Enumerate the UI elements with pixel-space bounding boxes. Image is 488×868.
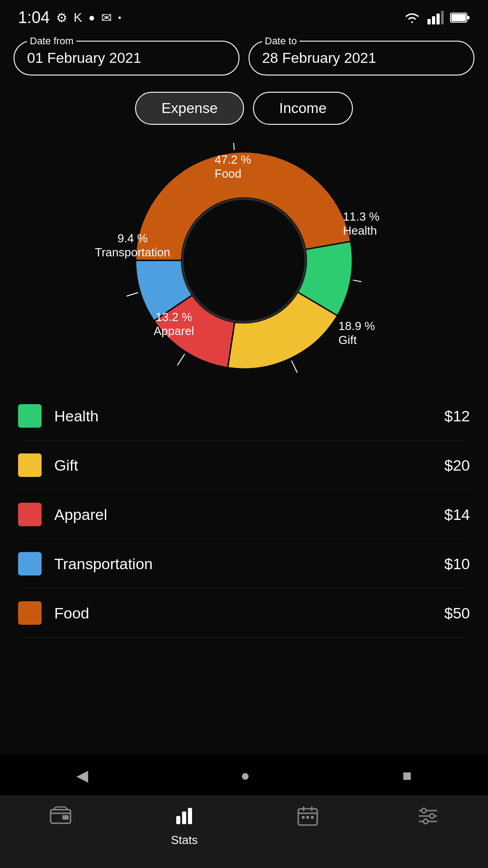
status-right — [403, 11, 470, 24]
svg-line-9 — [291, 360, 297, 373]
legend-color-box — [18, 453, 42, 477]
svg-rect-1 — [432, 16, 435, 24]
svg-rect-17 — [182, 811, 186, 824]
toggle-row: Expense Income — [0, 92, 488, 125]
chart-svg — [127, 143, 361, 378]
legend-item-amount: $12 — [444, 407, 470, 425]
nav-settings[interactable] — [418, 806, 438, 830]
legend-color-box — [18, 552, 42, 576]
legend-item-amount: $50 — [444, 604, 470, 622]
svg-rect-15 — [62, 815, 69, 820]
svg-rect-23 — [306, 816, 309, 819]
legend-item: Gift$20 — [18, 441, 470, 490]
income-button[interactable]: Income — [253, 92, 353, 125]
svg-rect-2 — [436, 14, 440, 24]
svg-rect-3 — [441, 11, 444, 24]
date-from-label: Date from — [27, 35, 76, 47]
date-to-label: Date to — [262, 35, 300, 47]
svg-point-28 — [422, 808, 426, 813]
svg-point-29 — [430, 814, 434, 818]
dot-icon: • — [118, 13, 121, 23]
donut-chart: 47.2 % Food 11.3 % Health 18.9 % Gift 13… — [127, 143, 361, 378]
status-time: 1:04 — [18, 8, 50, 27]
svg-line-10 — [178, 354, 185, 365]
home-button[interactable]: ● — [240, 767, 250, 784]
date-from-field[interactable]: Date from 01 February 2021 — [14, 41, 239, 75]
svg-line-11 — [127, 292, 138, 297]
circle-icon: ● — [89, 11, 95, 24]
legend-item-name: Gift — [54, 457, 444, 474]
recent-button[interactable]: ■ — [403, 767, 412, 784]
date-from-value: 01 February 2021 — [27, 50, 141, 66]
svg-line-7 — [233, 143, 235, 150]
svg-rect-6 — [451, 14, 466, 21]
svg-line-8 — [353, 280, 361, 283]
expense-button[interactable]: Expense — [135, 92, 244, 125]
wifi-icon — [403, 11, 421, 24]
svg-rect-5 — [467, 16, 469, 19]
nav-calendar[interactable] — [297, 806, 318, 830]
stats-label: Stats — [171, 833, 197, 847]
calendar-icon — [297, 806, 318, 830]
svg-rect-18 — [188, 808, 192, 824]
stats-icon — [174, 806, 195, 830]
wallet-icon — [50, 806, 71, 830]
signal-icon — [427, 11, 444, 24]
legend-color-box — [18, 601, 42, 625]
legend-item-amount: $14 — [444, 506, 470, 524]
mail-icon: ✉ — [101, 10, 112, 25]
svg-point-12 — [183, 199, 305, 321]
nav-wallet[interactable] — [50, 806, 71, 830]
android-nav: ◀ ● ■ — [0, 755, 488, 796]
settings-icon: ⚙ — [56, 10, 67, 25]
legend-item: Transportation$10 — [18, 539, 470, 589]
svg-rect-22 — [302, 816, 305, 819]
legend-item-name: Health — [54, 407, 444, 425]
bottom-nav: Stats — [0, 796, 488, 868]
legend-color-box — [18, 404, 42, 428]
legend-list: Health$12Gift$20Apparel$14Transportation… — [18, 392, 470, 638]
svg-rect-24 — [311, 816, 314, 819]
battery-icon — [450, 12, 470, 24]
legend-item-name: Food — [54, 604, 444, 622]
back-button[interactable]: ◀ — [76, 766, 88, 784]
sliders-icon — [418, 806, 438, 830]
legend-item: Health$12 — [18, 392, 470, 441]
legend-color-box — [18, 503, 42, 526]
svg-point-30 — [423, 819, 428, 824]
svg-rect-16 — [176, 816, 180, 824]
k-icon: K — [74, 10, 82, 25]
legend-item: Apparel$14 — [18, 490, 470, 539]
legend-item-amount: $20 — [444, 457, 470, 474]
legend-item-amount: $10 — [444, 555, 470, 573]
legend-item: Food$50 — [18, 589, 470, 638]
date-to-value: 28 February 2021 — [262, 50, 376, 66]
legend-item-name: Transportation — [54, 555, 444, 573]
date-row: Date from 01 February 2021 Date to 28 Fe… — [0, 32, 488, 75]
legend-item-name: Apparel — [54, 506, 444, 524]
status-bar: 1:04 ⚙ K ● ✉ • — [0, 0, 488, 32]
date-to-field[interactable]: Date to 28 February 2021 — [249, 41, 474, 75]
nav-stats[interactable]: Stats — [171, 806, 197, 847]
svg-rect-0 — [427, 19, 431, 24]
